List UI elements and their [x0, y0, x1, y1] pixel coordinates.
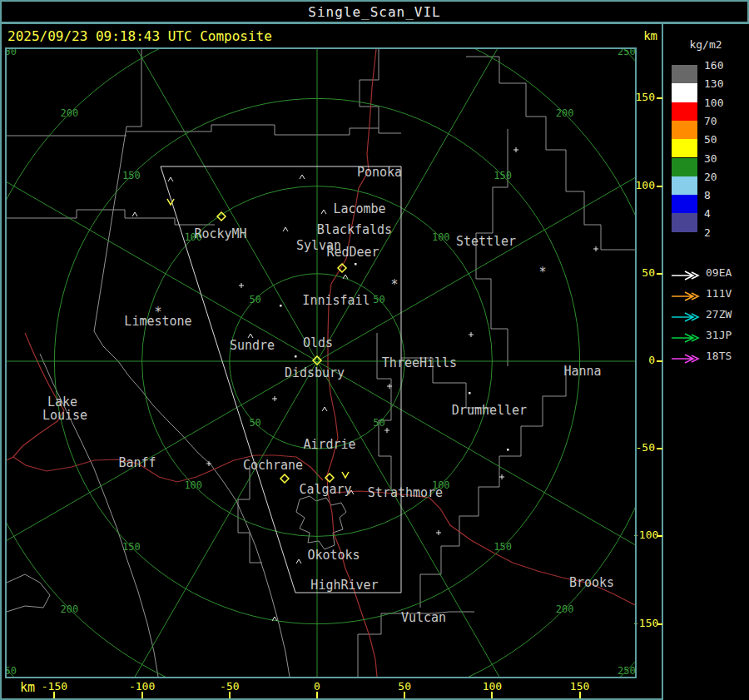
- legend-scale-value: 2: [704, 226, 741, 239]
- radial-line: [317, 361, 637, 611]
- legend-color-swatch: [672, 158, 697, 176]
- county-boundary: [94, 331, 290, 677]
- right-axis-tick: [657, 623, 662, 625]
- county-boundary: [360, 49, 401, 133]
- bottom-axis-tick: [53, 692, 55, 698]
- town-plus-marker: [469, 332, 474, 337]
- bottom-axis-unit-label: km: [20, 680, 35, 695]
- scan-timestamp: 2025/09/23 09:18:43 UTC Composite: [7, 28, 272, 44]
- legend-scale-value: 100: [704, 97, 741, 109]
- legend-color-swatch: [672, 83, 697, 102]
- track-id: 09EA: [706, 266, 732, 279]
- legend-color-swatch: [672, 65, 697, 83]
- town-caret-marker: [321, 210, 326, 214]
- right-axis-tick: [657, 186, 662, 187]
- range-ring-label: 200: [556, 107, 574, 119]
- bottom-axis-tick: [229, 692, 231, 698]
- town-plus-marker: [436, 530, 441, 535]
- track-arrow-icon: [671, 291, 701, 301]
- window-border-left: [0, 0, 2, 700]
- radial-line: [67, 361, 317, 678]
- track-id: 31JP: [706, 329, 732, 341]
- range-ring-label: 200: [556, 603, 574, 615]
- radar-site-marker: [280, 474, 289, 483]
- window-title: Single_Scan_VIL: [0, 4, 749, 20]
- range-ring-label: 250: [5, 665, 17, 677]
- county-boundary: [238, 466, 262, 563]
- range-ring-label: 50: [373, 417, 384, 429]
- track-arrow-icon: [671, 312, 701, 322]
- legend-scale-value: 4: [704, 207, 741, 220]
- right-axis-unit-label: km: [636, 29, 657, 42]
- right-axis-tick: [657, 273, 662, 275]
- bottom-axis-label: -150: [42, 680, 67, 693]
- legend-scale-value: 20: [704, 171, 741, 183]
- bottom-axis-tick: [579, 692, 581, 698]
- city-label: Louise: [42, 408, 87, 423]
- town-plus-marker: [239, 283, 244, 288]
- city-label: Drumheller: [452, 403, 527, 418]
- city-label: Stettler: [456, 234, 516, 249]
- legend-color-swatch: [672, 121, 697, 139]
- bottom-axis-label: 100: [483, 680, 502, 693]
- bottom-axis-tick: [141, 692, 143, 698]
- range-ring-label: 250: [618, 665, 636, 677]
- track-arrow: [671, 268, 701, 284]
- town-plus-marker: [272, 396, 277, 401]
- city-label: RockyMH: [194, 226, 246, 241]
- town-dot-marker: [507, 449, 509, 451]
- track-arrow: [671, 289, 701, 305]
- track-arrowhead-marker: [167, 199, 174, 205]
- right-axis-tick: [657, 535, 662, 537]
- town-dot-marker: [280, 305, 282, 307]
- radar-map: 5050505010010010010015015015015020020020…: [5, 47, 637, 678]
- legend-color-swatch: [672, 139, 697, 157]
- range-ring-label: 200: [61, 603, 79, 615]
- town-plus-marker: [593, 246, 598, 251]
- town-dot-marker: [469, 392, 471, 395]
- town-caret-marker: [300, 175, 305, 179]
- town-caret-marker: [283, 227, 288, 231]
- range-ring-label: 50: [249, 417, 260, 429]
- right-axis-tick: [657, 97, 662, 99]
- town-caret-marker: [168, 177, 173, 181]
- city-label: Cochrane: [243, 458, 303, 473]
- town-caret-marker: [322, 407, 327, 411]
- county-boundary: [7, 210, 215, 225]
- right-axis-tick: [657, 360, 662, 362]
- track-arrow: [671, 351, 701, 367]
- city-label: Okotoks: [307, 548, 360, 563]
- track-arrowhead-marker: [342, 472, 349, 478]
- range-ring-label: 150: [494, 541, 512, 553]
- city-label: Lacombe: [333, 201, 385, 216]
- track-arrow-glyph: [672, 271, 698, 280]
- radar-center-dot: [316, 360, 318, 361]
- radar-app-window: Single_Scan_VIL 2025/09/23 09:18:43 UTC …: [0, 0, 749, 700]
- legend-color-swatch: [672, 176, 697, 195]
- bottom-axis-tick: [491, 692, 493, 698]
- town-plus-marker: [206, 461, 211, 466]
- city-label: Olds: [303, 335, 333, 350]
- legend-scale-value: 70: [704, 115, 741, 127]
- city-label: Airdrie: [303, 437, 355, 452]
- bottom-axis-label: 0: [314, 680, 320, 693]
- town-asterisk-marker: *: [538, 265, 546, 280]
- city-label: Banff: [118, 455, 156, 470]
- bottom-axis-label: -100: [129, 680, 155, 693]
- track-arrow-icon: [671, 333, 701, 343]
- city-label: Sundre: [230, 338, 275, 353]
- window-border-top: [0, 0, 749, 2]
- city-label: Innisfail: [302, 293, 370, 308]
- town-caret-marker: [296, 559, 301, 563]
- legend-color-swatch: [672, 102, 697, 121]
- legend-color-swatch: [672, 213, 697, 231]
- city-label: Blackfalds: [317, 222, 392, 237]
- map-layers: 5050505010010010010015015015015020020020…: [5, 47, 637, 678]
- range-ring-label: 150: [494, 170, 512, 181]
- track-id: 18TS: [706, 350, 732, 362]
- range-ring-label: 100: [184, 479, 202, 491]
- track-arrow-glyph: [672, 313, 698, 321]
- track-arrow: [671, 330, 701, 346]
- county-boundary: [296, 496, 346, 549]
- track-arrow-icon: [671, 271, 701, 280]
